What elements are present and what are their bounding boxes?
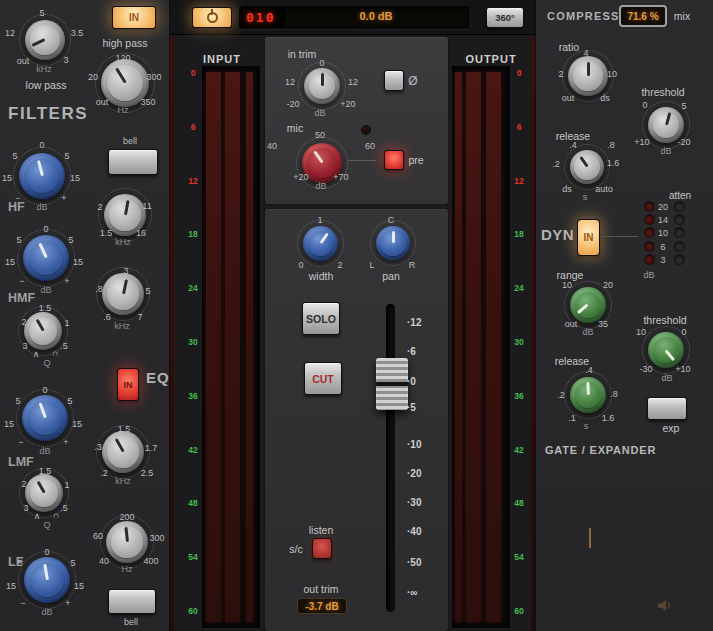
pre-button[interactable] (384, 150, 404, 170)
knob-tick: 1.6 (602, 414, 615, 423)
mix-display[interactable]: 71.6 % (619, 5, 667, 27)
meter-tick: 12 (514, 177, 523, 186)
knob-tick: 11 (142, 202, 151, 211)
exp-button[interactable] (647, 397, 687, 420)
in-trim-knob[interactable] (304, 68, 340, 104)
width-knob[interactable] (303, 226, 338, 261)
knob-tick: ds (562, 185, 572, 194)
eq-in-button[interactable]: IN (117, 368, 139, 401)
atten-tick: 3 (660, 256, 665, 265)
knob-tick: 5 (70, 559, 75, 568)
hmf-q-knob[interactable] (24, 312, 62, 350)
lf-freq-knob[interactable] (106, 521, 148, 563)
listen-label: listen (309, 525, 334, 536)
solo-button[interactable]: SOLO (302, 302, 340, 335)
fader-tick: ·∞ (407, 588, 417, 598)
meter-tick: 0 (517, 69, 522, 78)
knob-tick: 15 (72, 420, 82, 429)
gate-expander-header: GATE / EXPANDER (545, 445, 656, 456)
knob-tick: 10 (607, 70, 617, 79)
knob-tick: 12 (5, 29, 15, 38)
meter-tick: 30 (514, 338, 523, 347)
knob-unit: kHz (115, 238, 131, 247)
knob-tick: out (562, 94, 575, 103)
sc-listen-button[interactable] (312, 538, 332, 559)
rotate-360-button[interactable]: 360° (486, 7, 524, 28)
knob-unit: dB (661, 374, 672, 383)
knob-tick: 0 (44, 548, 49, 557)
lmf-q-knob[interactable] (25, 474, 63, 512)
meter-edge-glow (531, 35, 535, 631)
atten-led-green (675, 255, 684, 264)
knob-tick: .6 (103, 313, 111, 322)
knob-tick: +20 (293, 173, 308, 182)
hmf-freq-knob[interactable] (102, 273, 144, 315)
filters-in-button[interactable]: IN (112, 6, 156, 29)
knob-tick: 3 (123, 267, 128, 276)
dyn-in-label: IN (584, 232, 594, 243)
lmf-gain-knob[interactable] (22, 395, 68, 441)
pre-connector-line (348, 160, 376, 161)
wide-bell-icon: ∩ (52, 349, 58, 358)
knob-tick: .8 (95, 285, 103, 294)
knob-tick: out (565, 320, 578, 329)
knob-tick: 40 (99, 557, 109, 566)
power-button[interactable] (192, 7, 232, 28)
meter-tick: 36 (514, 392, 523, 401)
knob-unit: s (584, 422, 589, 431)
meter-tick: 54 (188, 553, 197, 562)
out-trim-display[interactable]: -3.7 dB (297, 598, 347, 614)
meter-tick: 12 (188, 177, 197, 186)
knob-tick: 35 (598, 320, 608, 329)
hmf-gain-knob[interactable] (23, 235, 69, 281)
fader-tick: ·20 (407, 469, 421, 479)
knob-tick: 1.7 (145, 444, 158, 453)
out-trim-name: out trim (303, 584, 338, 595)
exp-label: exp (663, 423, 680, 434)
hmf-band-label: HMF (8, 292, 35, 305)
lmf-freq-knob[interactable] (102, 431, 144, 473)
power-icon (207, 12, 218, 23)
knob-tick: 5 (39, 9, 44, 18)
gain-readout[interactable]: 0.0 dB (285, 10, 467, 22)
gate-release-knob[interactable] (570, 377, 606, 413)
fader-tick: ·0 (407, 377, 416, 387)
knob-tick: 15 (70, 174, 80, 183)
knob-unit: kHz (114, 322, 130, 331)
knob-tick: 1 (317, 216, 322, 225)
hf-gain-knob[interactable] (19, 153, 65, 199)
phase-symbol: Ø (408, 75, 417, 87)
knob-tick: 40 (267, 142, 277, 151)
lf-gain-knob[interactable] (24, 557, 70, 603)
pan-knob[interactable] (376, 226, 410, 260)
knob-tick: 0 (298, 261, 303, 270)
filters-in-label: IN (129, 12, 139, 23)
meter-edge-glow (170, 35, 174, 631)
input-meter-label: INPUT (203, 54, 241, 65)
knob-tick: 1 (64, 319, 69, 328)
knob-tick: +70 (333, 173, 348, 182)
fader-track[interactable] (386, 304, 395, 612)
speaker-icon[interactable] (657, 599, 674, 612)
meter-tick: 18 (188, 230, 197, 239)
cut-button[interactable]: CUT (304, 362, 342, 395)
knob-tick: .3 (94, 443, 102, 452)
solo-label: SOLO (306, 313, 336, 325)
low-pass-knob[interactable] (25, 20, 65, 60)
hf-bell-button[interactable] (108, 149, 158, 175)
lf-bell-button[interactable] (108, 589, 156, 614)
knob-tick: 350 (140, 98, 155, 107)
phase-button[interactable] (384, 70, 404, 91)
comp-release-knob[interactable] (570, 150, 604, 184)
output-meter (452, 66, 510, 628)
knob-tick: 15 (2, 174, 12, 183)
output-meter-label: OUTPUT (465, 54, 516, 65)
fader-handle[interactable] (376, 358, 408, 410)
knob-unit: Hz (118, 106, 129, 115)
knob-tick: 20 (88, 73, 98, 82)
fader-tick: ·10 (407, 440, 421, 450)
knob-tick: .4 (585, 366, 593, 375)
dyn-in-button[interactable]: IN (577, 219, 600, 256)
ratio-knob[interactable] (568, 56, 608, 96)
knob-tick: 4 (583, 49, 588, 58)
